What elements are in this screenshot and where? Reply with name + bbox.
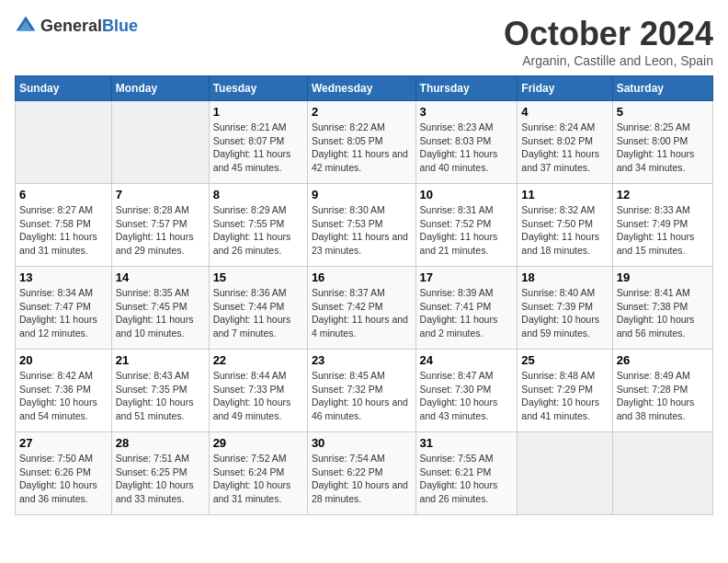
calendar-week-4: 20Sunrise: 8:42 AMSunset: 7:36 PMDayligh… xyxy=(16,350,713,432)
day-info: Sunrise: 8:21 AMSunset: 8:07 PMDaylight:… xyxy=(213,121,303,175)
day-number: 16 xyxy=(312,270,412,284)
day-number: 22 xyxy=(213,353,303,367)
day-info: Sunrise: 8:42 AMSunset: 7:36 PMDaylight:… xyxy=(19,369,108,423)
day-number: 29 xyxy=(213,436,303,450)
day-info: Sunrise: 8:48 AMSunset: 7:29 PMDaylight:… xyxy=(521,369,608,423)
day-info: Sunrise: 7:52 AMSunset: 6:24 PMDaylight:… xyxy=(213,452,303,506)
calendar-header: SundayMondayTuesdayWednesdayThursdayFrid… xyxy=(16,76,713,101)
day-number: 19 xyxy=(617,270,709,284)
day-info: Sunrise: 8:32 AMSunset: 7:50 PMDaylight:… xyxy=(521,203,608,258)
day-number: 27 xyxy=(19,436,108,450)
day-number: 3 xyxy=(420,105,514,119)
day-number: 9 xyxy=(312,188,412,201)
day-info: Sunrise: 8:23 AMSunset: 8:03 PMDaylight:… xyxy=(420,121,514,175)
day-number: 11 xyxy=(521,188,608,201)
calendar-cell: 9Sunrise: 8:30 AMSunset: 7:53 PMDaylight… xyxy=(307,184,415,267)
calendar-cell: 8Sunrise: 8:29 AMSunset: 7:55 PMDaylight… xyxy=(209,184,307,267)
month-title: October 2024 xyxy=(504,15,713,53)
day-info: Sunrise: 8:24 AMSunset: 8:02 PMDaylight:… xyxy=(521,121,608,175)
logo-icon xyxy=(15,15,37,37)
calendar-week-5: 27Sunrise: 7:50 AMSunset: 6:26 PMDayligh… xyxy=(16,432,713,515)
calendar-cell: 6Sunrise: 8:27 AMSunset: 7:58 PMDaylight… xyxy=(16,184,112,267)
weekday-header-tuesday: Tuesday xyxy=(209,76,307,101)
day-number: 23 xyxy=(312,353,412,367)
calendar-cell: 15Sunrise: 8:36 AMSunset: 7:44 PMDayligh… xyxy=(209,267,307,350)
day-number: 10 xyxy=(420,188,514,201)
calendar-cell: 2Sunrise: 8:22 AMSunset: 8:05 PMDaylight… xyxy=(307,101,415,184)
day-number: 25 xyxy=(521,353,608,367)
calendar-cell: 29Sunrise: 7:52 AMSunset: 6:24 PMDayligh… xyxy=(209,432,307,515)
day-info: Sunrise: 8:34 AMSunset: 7:47 PMDaylight:… xyxy=(19,286,108,340)
day-number: 30 xyxy=(312,436,412,450)
calendar-cell: 17Sunrise: 8:39 AMSunset: 7:41 PMDayligh… xyxy=(415,267,518,350)
day-info: Sunrise: 8:35 AMSunset: 7:45 PMDaylight:… xyxy=(116,286,205,340)
calendar-cell: 16Sunrise: 8:37 AMSunset: 7:42 PMDayligh… xyxy=(307,267,415,350)
calendar-cell xyxy=(518,432,612,515)
day-info: Sunrise: 8:45 AMSunset: 7:32 PMDaylight:… xyxy=(312,369,412,423)
day-number: 15 xyxy=(213,270,303,284)
calendar-week-1: 1Sunrise: 8:21 AMSunset: 8:07 PMDaylight… xyxy=(16,101,713,184)
day-number: 12 xyxy=(617,188,709,201)
calendar-cell: 13Sunrise: 8:34 AMSunset: 7:47 PMDayligh… xyxy=(16,267,112,350)
calendar-cell xyxy=(16,101,112,184)
calendar-cell xyxy=(111,101,209,184)
day-number: 31 xyxy=(420,436,514,450)
weekday-header-sunday: Sunday xyxy=(16,76,112,101)
day-number: 26 xyxy=(617,353,709,367)
weekday-header-friday: Friday xyxy=(518,76,612,101)
calendar-cell xyxy=(612,432,712,515)
calendar-cell: 31Sunrise: 7:55 AMSunset: 6:21 PMDayligh… xyxy=(415,432,518,515)
day-number: 24 xyxy=(420,353,514,367)
title-section: October 2024 Arganin, Castille and Leon,… xyxy=(504,15,713,68)
calendar-cell: 3Sunrise: 8:23 AMSunset: 8:03 PMDaylight… xyxy=(415,101,518,184)
day-number: 20 xyxy=(19,353,108,367)
calendar-cell: 18Sunrise: 8:40 AMSunset: 7:39 PMDayligh… xyxy=(518,267,612,350)
calendar-cell: 4Sunrise: 8:24 AMSunset: 8:02 PMDaylight… xyxy=(518,101,612,184)
calendar-cell: 25Sunrise: 8:48 AMSunset: 7:29 PMDayligh… xyxy=(518,350,612,432)
page-header: GeneralBlue October 2024 Arganin, Castil… xyxy=(15,15,713,68)
day-info: Sunrise: 8:25 AMSunset: 8:00 PMDaylight:… xyxy=(617,121,709,175)
calendar-cell: 21Sunrise: 8:43 AMSunset: 7:35 PMDayligh… xyxy=(111,350,209,432)
calendar-cell: 22Sunrise: 8:44 AMSunset: 7:33 PMDayligh… xyxy=(209,350,307,432)
day-info: Sunrise: 8:39 AMSunset: 7:41 PMDaylight:… xyxy=(420,286,514,340)
weekday-header-row: SundayMondayTuesdayWednesdayThursdayFrid… xyxy=(16,76,713,101)
weekday-header-thursday: Thursday xyxy=(415,76,518,101)
day-number: 7 xyxy=(116,188,205,201)
day-info: Sunrise: 8:33 AMSunset: 7:49 PMDaylight:… xyxy=(617,203,709,258)
weekday-header-wednesday: Wednesday xyxy=(307,76,415,101)
day-number: 4 xyxy=(521,105,608,119)
logo: GeneralBlue xyxy=(15,15,138,37)
day-info: Sunrise: 8:40 AMSunset: 7:39 PMDaylight:… xyxy=(521,286,608,340)
day-info: Sunrise: 8:22 AMSunset: 8:05 PMDaylight:… xyxy=(312,121,412,175)
day-info: Sunrise: 8:49 AMSunset: 7:28 PMDaylight:… xyxy=(617,369,709,423)
calendar-body: 1Sunrise: 8:21 AMSunset: 8:07 PMDaylight… xyxy=(16,101,713,515)
logo-text-general: General xyxy=(40,17,102,35)
calendar-week-2: 6Sunrise: 8:27 AMSunset: 7:58 PMDaylight… xyxy=(16,184,713,267)
day-number: 2 xyxy=(312,105,412,119)
calendar-cell: 24Sunrise: 8:47 AMSunset: 7:30 PMDayligh… xyxy=(415,350,518,432)
calendar-cell: 27Sunrise: 7:50 AMSunset: 6:26 PMDayligh… xyxy=(16,432,112,515)
day-info: Sunrise: 8:44 AMSunset: 7:33 PMDaylight:… xyxy=(213,369,303,423)
day-info: Sunrise: 8:30 AMSunset: 7:53 PMDaylight:… xyxy=(312,203,412,258)
location-title: Arganin, Castille and Leon, Spain xyxy=(504,53,713,68)
logo-text-blue: Blue xyxy=(102,17,138,35)
day-info: Sunrise: 8:28 AMSunset: 7:57 PMDaylight:… xyxy=(116,203,205,258)
calendar-cell: 1Sunrise: 8:21 AMSunset: 8:07 PMDaylight… xyxy=(209,101,307,184)
weekday-header-monday: Monday xyxy=(111,76,209,101)
day-info: Sunrise: 8:41 AMSunset: 7:38 PMDaylight:… xyxy=(617,286,709,340)
day-number: 17 xyxy=(420,270,514,284)
day-info: Sunrise: 7:55 AMSunset: 6:21 PMDaylight:… xyxy=(420,452,514,506)
day-number: 5 xyxy=(617,105,709,119)
day-info: Sunrise: 8:43 AMSunset: 7:35 PMDaylight:… xyxy=(116,369,205,423)
day-number: 14 xyxy=(116,270,205,284)
calendar-cell: 11Sunrise: 8:32 AMSunset: 7:50 PMDayligh… xyxy=(518,184,612,267)
day-info: Sunrise: 8:31 AMSunset: 7:52 PMDaylight:… xyxy=(420,203,514,258)
calendar-week-3: 13Sunrise: 8:34 AMSunset: 7:47 PMDayligh… xyxy=(16,267,713,350)
weekday-header-saturday: Saturday xyxy=(612,76,712,101)
day-info: Sunrise: 7:51 AMSunset: 6:25 PMDaylight:… xyxy=(116,452,205,506)
day-number: 21 xyxy=(116,353,205,367)
day-info: Sunrise: 8:27 AMSunset: 7:58 PMDaylight:… xyxy=(19,203,108,258)
day-number: 8 xyxy=(213,188,303,201)
day-number: 18 xyxy=(521,270,608,284)
calendar-cell: 19Sunrise: 8:41 AMSunset: 7:38 PMDayligh… xyxy=(612,267,712,350)
